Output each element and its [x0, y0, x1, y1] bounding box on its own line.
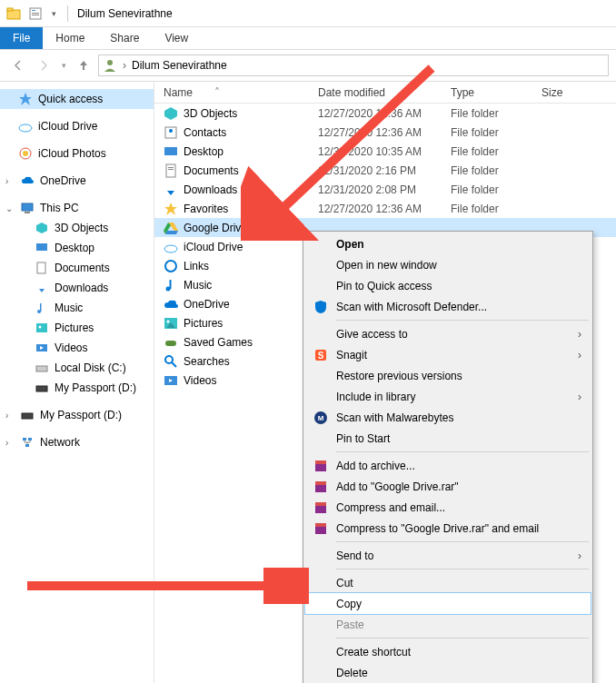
svg-rect-56 — [315, 460, 326, 464]
expand-icon[interactable]: › — [5, 176, 15, 186]
column-date[interactable]: Date modified — [318, 86, 451, 99]
pictures-icon — [35, 321, 49, 335]
tab-home[interactable]: Home — [43, 27, 97, 49]
sidebar-videos[interactable]: Videos — [0, 338, 154, 358]
svg-point-30 — [169, 129, 173, 133]
ctx-give-access[interactable]: Give access to› — [305, 323, 591, 344]
ctx-restore[interactable]: Restore previous versions — [305, 365, 591, 386]
file-type: File folder — [451, 145, 541, 158]
svg-rect-62 — [315, 523, 326, 527]
sidebar-3d-objects[interactable]: 3D Objects — [0, 218, 154, 238]
ctx-cut[interactable]: Cut — [305, 572, 591, 593]
sidebar-item-label: My Passport (D:) — [55, 381, 136, 394]
qat-dropdown-icon[interactable]: ▾ — [47, 4, 60, 24]
sidebar-local-disk[interactable]: Local Disk (C:) — [0, 358, 154, 378]
star-icon — [18, 92, 33, 106]
ctx-defender[interactable]: Scan with Microsoft Defender... — [305, 296, 591, 317]
ctx-paste[interactable]: Paste — [305, 614, 591, 635]
sidebar-item-label: iCloud Photos — [38, 147, 106, 160]
ctx-compress-email[interactable]: Compress and email... — [305, 497, 591, 518]
file-row[interactable]: Favorites12/27/2020 12:36 AMFile folder — [154, 199, 616, 218]
file-row[interactable]: Contacts12/27/2020 12:36 AMFile folder — [154, 123, 616, 142]
ctx-compress-rar-email[interactable]: Compress to "Google Drive.rar" and email — [305, 518, 591, 539]
sidebar-item-label: Downloads — [55, 282, 108, 294]
svg-marker-28 — [164, 107, 177, 120]
sidebar-downloads[interactable]: Downloads — [0, 278, 154, 298]
collapse-icon[interactable]: ⌄ — [5, 203, 15, 213]
ctx-add-rar[interactable]: Add to "Google Drive.rar" — [305, 476, 591, 497]
sidebar-network[interactable]: ›Network — [0, 432, 154, 452]
ctx-malwarebytes[interactable]: MScan with Malwarebytes — [305, 407, 591, 428]
file-row[interactable]: Downloads12/31/2020 2:08 PMFile folder — [154, 180, 616, 199]
svg-rect-60 — [315, 502, 326, 506]
forward-button[interactable] — [33, 54, 55, 76]
file-name: Pictures — [184, 317, 223, 330]
cloud-icon — [20, 173, 35, 188]
sidebar-quick-access[interactable]: Quick access — [0, 89, 154, 109]
address-bar[interactable]: › Dilum Senevirathne — [98, 54, 609, 76]
tab-file[interactable]: File — [0, 27, 43, 49]
sidebar-documents[interactable]: Documents — [0, 258, 154, 278]
ctx-copy[interactable]: Copy — [305, 593, 591, 614]
breadcrumb-name[interactable]: Dilum Senevirathne — [132, 59, 227, 72]
ctx-open[interactable]: Open — [305, 233, 591, 254]
chevron-right-icon: › — [578, 549, 581, 562]
ctx-pin-quick[interactable]: Pin to Quick access — [305, 275, 591, 296]
file-row[interactable]: Documents12/31/2020 2:16 PMFile folder — [154, 161, 616, 180]
file-name: Music — [184, 279, 212, 292]
svg-point-39 — [164, 245, 177, 252]
malwarebytes-icon: M — [313, 410, 329, 426]
ctx-open-new-window[interactable]: Open in new window — [305, 254, 591, 275]
sidebar-item-label: Pictures — [55, 322, 94, 334]
sidebar-my-passport[interactable]: My Passport (D:) — [0, 378, 154, 398]
properties-icon[interactable] — [25, 4, 45, 24]
pc-icon — [20, 201, 35, 215]
svg-rect-27 — [25, 444, 29, 447]
ctx-send-to[interactable]: Send to› — [305, 545, 591, 566]
file-row[interactable]: 3D Objects12/27/2020 12:36 AMFile folder — [154, 104, 616, 123]
sidebar-item-label: Desktop — [55, 242, 94, 254]
tab-share[interactable]: Share — [97, 27, 152, 49]
user-icon — [103, 58, 117, 73]
expand-icon[interactable]: › — [5, 411, 15, 421]
svg-marker-7 — [19, 93, 32, 105]
svg-point-40 — [165, 261, 176, 272]
downloads-icon — [35, 281, 49, 295]
sidebar-this-pc[interactable]: ⌄ This PC — [0, 198, 154, 218]
svg-line-48 — [172, 362, 176, 367]
ctx-pin-start[interactable]: Pin to Start — [305, 428, 591, 449]
svg-marker-38 — [165, 231, 178, 234]
sidebar-music[interactable]: Music — [0, 298, 154, 318]
column-name[interactable]: Name˄ — [164, 86, 318, 99]
file-row[interactable]: Desktop12/31/2020 10:35 AMFile folder — [154, 142, 616, 161]
ctx-create-shortcut[interactable]: Create shortcut — [305, 641, 591, 662]
sidebar-desktop[interactable]: Desktop — [0, 238, 154, 258]
ctx-include-library[interactable]: Include in library› — [305, 386, 591, 407]
column-size[interactable]: Size — [541, 86, 616, 99]
sidebar-item-label: Local Disk (C:) — [55, 361, 126, 374]
file-date: 12/27/2020 12:36 AM — [318, 203, 451, 215]
column-type[interactable]: Type — [451, 86, 541, 99]
sidebar-onedrive[interactable]: › OneDrive — [0, 171, 154, 191]
videos-icon — [35, 341, 49, 355]
file-icon — [164, 373, 178, 388]
tab-view[interactable]: View — [152, 27, 201, 49]
breadcrumb-chevron[interactable]: › — [123, 59, 126, 72]
up-button[interactable] — [73, 54, 94, 76]
sidebar-item-label: This PC — [40, 202, 79, 214]
recent-dropdown[interactable]: ▾ — [58, 54, 69, 76]
sidebar-my-passport-2[interactable]: ›My Passport (D:) — [0, 405, 154, 425]
cube-icon — [35, 221, 49, 235]
ctx-snagit[interactable]: SSnagit› — [305, 344, 591, 365]
ctx-delete[interactable]: Delete — [305, 662, 591, 683]
svg-rect-32 — [166, 164, 175, 177]
folder-icon[interactable] — [4, 4, 24, 24]
sidebar-pictures[interactable]: Pictures — [0, 318, 154, 338]
sidebar-icloud-drive[interactable]: iCloud Drive — [0, 116, 154, 136]
file-icon — [164, 240, 178, 254]
ctx-add-archive[interactable]: Add to archive... — [305, 455, 591, 476]
sidebar-icloud-photos[interactable]: iCloud Photos — [0, 144, 154, 163]
expand-icon[interactable]: › — [5, 438, 15, 448]
back-button[interactable] — [7, 54, 29, 76]
file-name: iCloud Drive — [184, 241, 243, 253]
